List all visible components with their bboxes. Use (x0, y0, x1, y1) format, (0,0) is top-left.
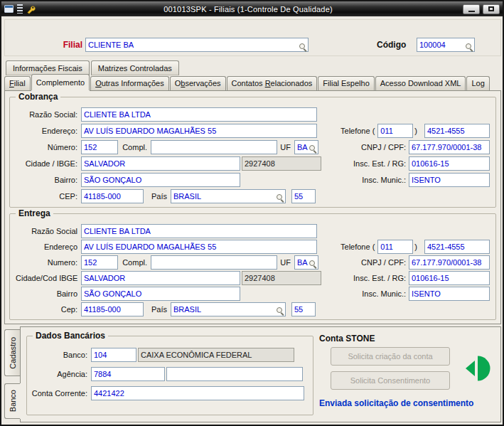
tab-label: servações (185, 79, 220, 87)
pais-label: País (144, 305, 171, 314)
dados-bancarios-title: Dados Bancários (33, 331, 108, 341)
cobranca-cep-input[interactable] (81, 189, 144, 203)
entrega-cep-input[interactable] (81, 302, 144, 316)
tab-outras-informacoes[interactable]: Outras Informações (90, 76, 169, 90)
cep-label: CEP: (16, 192, 81, 201)
codigo-label: Código (377, 40, 406, 50)
cobranca-bairro-row: Bairro: Insc. Munic.: (16, 173, 490, 187)
uf-label: UF (277, 143, 294, 151)
cobranca-razao-social-input[interactable] (81, 107, 317, 122)
conta-corrente-label: Conta Corrente: (31, 389, 91, 398)
app-window: 001013SPK - Filiais (1-Controle De Quali… (0, 0, 504, 426)
tab-informacoes-fiscais[interactable]: Informações Fiscais (6, 60, 90, 75)
endereco-label: Endereço: (16, 127, 81, 135)
entrega-uf-field (294, 255, 318, 270)
maximize-button[interactable] (483, 4, 500, 14)
consentimento-status-text: Enviada solicitação de consentimento (319, 398, 473, 408)
client-area: Filial Código Informações Fiscais Matriz… (1, 16, 503, 425)
cobranca-insc-est-field: Insc. Est. / RG: (353, 156, 490, 171)
entrega-pais-input[interactable] (171, 302, 286, 316)
entrega-groupbox: Entrega Razão Social Endereço Telefone (… (9, 213, 496, 320)
tab-filial[interactable]: Filial (4, 76, 31, 90)
cidade-label: Cidade / IBGE: (16, 159, 81, 168)
cobranca-insc-munic-field: Insc. Munic.: (362, 173, 490, 187)
cobranca-telefone-input[interactable] (424, 124, 490, 138)
entrega-pais-cod-input[interactable] (291, 302, 316, 316)
banco-nome-output (138, 348, 294, 362)
cobranca-insc-munic-input[interactable] (409, 173, 490, 187)
agencia-extra-input[interactable] (166, 367, 303, 381)
tab-matrizes-controladas[interactable]: Matrizes Controladas (91, 60, 179, 75)
tab-log[interactable]: Log (466, 76, 489, 90)
cobranca-pais-cod-input[interactable] (291, 189, 316, 203)
solicita-consentimento-button: Solicita Consentimento (331, 371, 450, 390)
cobranca-telefone-field: Telefone ( ) (341, 124, 490, 138)
entrega-endereco-input[interactable] (81, 240, 317, 254)
agencia-label: Agência: (31, 370, 91, 378)
entrega-cidade-input[interactable] (81, 271, 240, 285)
fiscal-tabs: Informações Fiscais Matrizes Controladas (6, 60, 181, 75)
side-tab-banco[interactable]: Banco (4, 383, 20, 419)
cobranca-insc-est-input[interactable] (409, 156, 490, 171)
titlebar-icons (4, 4, 36, 14)
main-tabs: Filial Complemento Outras Informações Ob… (4, 76, 490, 90)
banco-codigo-input[interactable] (91, 348, 136, 362)
tab-label: elacionados (271, 79, 313, 87)
entrega-ddd-input[interactable] (377, 240, 413, 254)
filial-input[interactable] (85, 38, 309, 52)
bottom-section: Cadastro Banco Dados Bancários Banco: Ag… (4, 325, 501, 424)
cobranca-endereco-input[interactable] (81, 124, 317, 138)
cobranca-compl-input[interactable] (151, 140, 277, 154)
cobranca-ddd-input[interactable] (377, 124, 413, 138)
entrega-numero-input[interactable] (81, 255, 118, 270)
compl-label: Compl. (118, 143, 151, 151)
entrega-compl-input[interactable] (151, 255, 277, 270)
grip-dots-icon (17, 4, 23, 14)
tab-complemento[interactable]: Complemento (31, 74, 90, 90)
cnpj-label: CNPJ / CPF: (361, 143, 409, 151)
form-window-icon[interactable] (4, 5, 14, 13)
side-tab-cadastro[interactable]: Cadastro (4, 329, 20, 376)
entrega-endereco-row: Endereço Telefone ( ) (16, 240, 490, 254)
tab-label-accel: R (265, 79, 271, 87)
tab-filial-espelho[interactable]: Filial Espelho (318, 76, 374, 90)
minimize-button[interactable] (463, 4, 480, 14)
entrega-insc-est-input[interactable] (409, 271, 490, 285)
codigo-lookup-icon[interactable] (466, 43, 473, 51)
agencia-input[interactable] (91, 367, 165, 381)
entrega-bairro-input[interactable] (81, 287, 240, 301)
cobranca-cnpj-input[interactable] (409, 140, 490, 154)
entrega-cidade-row: Cidade/Cod IBGE Insc. Est. / RG: (16, 271, 490, 285)
numero-label: Número: (16, 143, 81, 151)
entrega-telefone-input[interactable] (424, 240, 490, 254)
filial-label: Filial (41, 40, 82, 50)
tab-label: Log (471, 79, 484, 87)
tab-contatos-relacionados[interactable]: Contatos Relacionados (227, 76, 318, 90)
cobranca-groupbox: Cobrança Razão Social: Endereço: Telefon… (9, 97, 496, 208)
window-controls (460, 4, 500, 14)
entrega-razao-social-input[interactable] (81, 224, 317, 238)
cobranca-numero-input[interactable] (81, 140, 118, 154)
conta-stone-title: Conta STONE (319, 334, 375, 344)
cnpj-label: CNPJ / CPF: (361, 258, 409, 267)
wrench-icon[interactable] (26, 4, 36, 14)
filial-lookup-icon[interactable] (299, 43, 307, 51)
entrega-ibge-output (242, 271, 321, 285)
entrega-cnpj-input[interactable] (409, 255, 490, 270)
uf-lookup-icon[interactable] (309, 145, 317, 153)
cobranca-razao-row: Razão Social: (16, 107, 490, 122)
pais-lookup-icon[interactable] (277, 307, 284, 315)
conta-corrente-input[interactable] (91, 386, 304, 400)
uf-lookup-icon[interactable] (309, 260, 317, 268)
cobranca-pais-input[interactable] (171, 189, 286, 203)
tab-acesso-download-xml[interactable]: Acesso Download XML (375, 76, 466, 90)
cobranca-bairro-input[interactable] (81, 173, 240, 187)
pais-lookup-icon[interactable] (277, 194, 284, 202)
cobranca-cidade-input[interactable] (81, 156, 240, 171)
tab-label: Acesso Download XML (380, 79, 461, 87)
tab-observacoes[interactable]: Observações (170, 76, 226, 90)
entrega-insc-munic-input[interactable] (409, 287, 490, 301)
cobranca-title: Cobrança (16, 92, 60, 102)
tab-label: Informações Fiscais (13, 64, 82, 73)
cobranca-cnpj-field: CNPJ / CPF: (361, 140, 490, 154)
